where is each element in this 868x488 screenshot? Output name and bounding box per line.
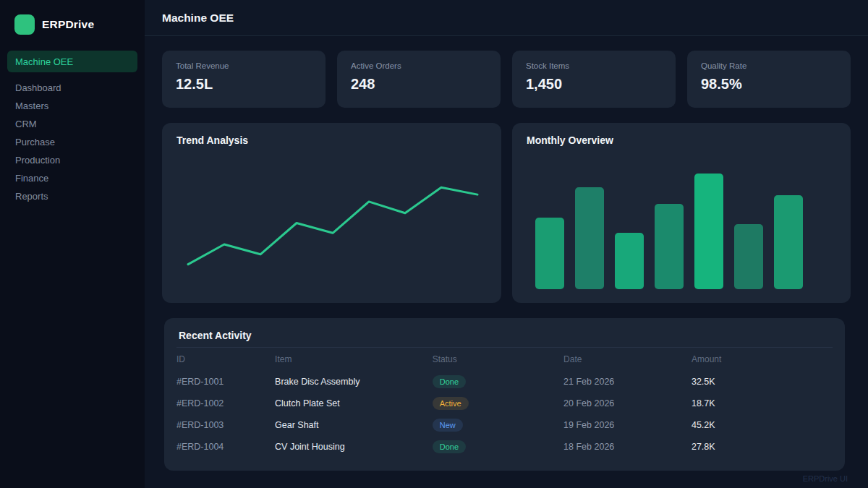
header: Machine OEE	[145, 0, 868, 36]
cell-status: Done	[433, 375, 563, 388]
cell-date: 20 Feb 2026	[563, 398, 692, 408]
cell-id: #ERD-1003	[176, 420, 275, 430]
bar-4	[655, 204, 684, 289]
cell-date: 21 Feb 2026	[563, 377, 692, 387]
stat-value: 12.5L	[176, 76, 312, 93]
table-row[interactable]: #ERD-1003Gear ShaftNew19 Feb 202645.2K	[176, 414, 833, 436]
status-badge: Done	[433, 440, 466, 453]
sidebar-item-machine-oee[interactable]: Machine OEE	[7, 51, 137, 72]
brand[interactable]: ERPDrive	[0, 0, 145, 35]
column-header-status: Status	[433, 354, 563, 364]
table-header-row: IDItemStatusDateAmount	[176, 348, 833, 371]
monthly-overview-card: Monthly Overview	[512, 123, 851, 303]
monthly-overview-title: Monthly Overview	[527, 134, 613, 146]
bar-2	[575, 187, 604, 289]
bar-5	[694, 174, 723, 289]
bar-1	[535, 218, 564, 289]
stat-label: Stock Items	[526, 61, 662, 70]
stat-value: 1,450	[526, 76, 662, 93]
cell-amount: 45.2K	[692, 420, 833, 430]
bar-7	[774, 195, 803, 289]
column-header-item: Item	[275, 354, 433, 364]
recent-activity-title: Recent Activity	[176, 330, 833, 341]
cell-status: Done	[433, 440, 563, 453]
trend-line	[188, 187, 477, 264]
cell-amount: 18.7K	[692, 398, 833, 408]
sidebar-item-production[interactable]: Production	[0, 151, 145, 169]
cell-amount: 32.5K	[692, 377, 833, 387]
stat-label: Quality Rate	[701, 61, 837, 70]
brand-name: ERPDrive	[42, 18, 94, 31]
table-row[interactable]: #ERD-1002Clutch Plate SetActive20 Feb 20…	[176, 393, 833, 414]
bar-6	[734, 224, 763, 289]
status-badge: Active	[433, 397, 469, 410]
cell-item: Clutch Plate Set	[275, 398, 433, 408]
sidebar-item-masters[interactable]: Masters	[0, 97, 145, 115]
sidebar-item-reports[interactable]: Reports	[0, 187, 145, 205]
monthly-overview-bars	[535, 174, 803, 289]
main-content: Total Revenue12.5LActive Orders248Stock …	[145, 36, 868, 488]
trend-line-chart	[162, 123, 501, 303]
column-header-id: ID	[176, 354, 275, 364]
stat-value: 248	[351, 76, 487, 93]
cell-status: Active	[433, 397, 563, 410]
cell-amount: 27.8K	[692, 442, 833, 452]
sidebar-item-crm[interactable]: CRM	[0, 115, 145, 133]
stat-value: 98.5%	[701, 76, 837, 93]
erpdrive-logo-icon	[14, 14, 35, 35]
sidebar-item-purchase[interactable]: Purchase	[0, 133, 145, 151]
stat-label: Active Orders	[351, 61, 487, 70]
cell-id: #ERD-1002	[176, 398, 275, 408]
status-badge: New	[433, 419, 463, 432]
cell-date: 19 Feb 2026	[563, 420, 692, 430]
cell-date: 18 Feb 2026	[563, 442, 692, 452]
table-body: #ERD-1001Brake Disc AssemblyDone21 Feb 2…	[176, 371, 833, 458]
page-title: Machine OEE	[162, 12, 234, 25]
status-badge: Done	[433, 375, 466, 388]
cell-item: CV Joint Housing	[275, 442, 433, 452]
cell-id: #ERD-1001	[176, 377, 275, 387]
stat-label: Total Revenue	[176, 61, 312, 70]
cell-item: Brake Disc Assembly	[275, 377, 433, 387]
bar-3	[615, 233, 644, 289]
stats-row: Total Revenue12.5LActive Orders248Stock …	[162, 51, 851, 108]
stat-card-active-orders: Active Orders248	[337, 51, 501, 108]
sidebar-item-label: Machine OEE	[15, 56, 73, 67]
cell-item: Gear Shaft	[275, 420, 433, 430]
column-header-date: Date	[563, 354, 692, 364]
watermark: ERPDrive UI	[803, 474, 848, 483]
stat-card-total-revenue: Total Revenue12.5L	[162, 51, 326, 108]
column-header-amount: Amount	[692, 354, 833, 364]
sidebar-item-dashboard[interactable]: Dashboard	[0, 79, 145, 97]
table-row[interactable]: #ERD-1001Brake Disc AssemblyDone21 Feb 2…	[176, 371, 833, 393]
stat-card-quality-rate: Quality Rate98.5%	[687, 51, 851, 108]
stat-card-stock-items: Stock Items1,450	[512, 51, 676, 108]
sidebar-item-finance[interactable]: Finance	[0, 169, 145, 187]
cell-id: #ERD-1004	[176, 442, 275, 452]
table-row[interactable]: #ERD-1004CV Joint HousingDone18 Feb 2026…	[176, 436, 833, 458]
sidebar: ERPDrive Machine OEE DashboardMastersCRM…	[0, 0, 145, 488]
trend-analysis-card: Trend Analysis	[162, 123, 501, 303]
sidebar-nav: DashboardMastersCRMPurchaseProductionFin…	[0, 79, 145, 205]
charts-row: Trend Analysis Monthly Overview	[162, 123, 851, 303]
cell-status: New	[433, 419, 563, 432]
recent-activity-card: Recent Activity IDItemStatusDateAmount #…	[164, 318, 845, 471]
